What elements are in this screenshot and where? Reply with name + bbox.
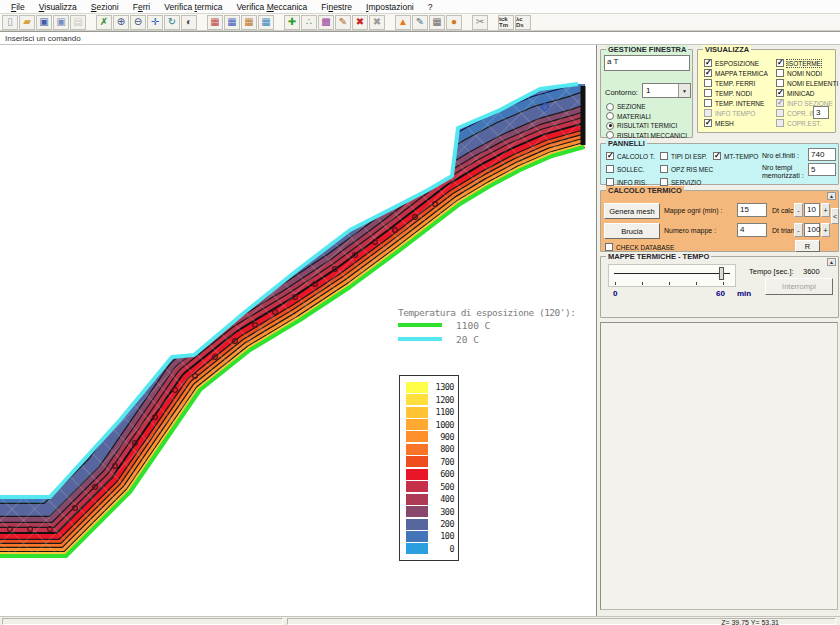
shade-icon[interactable]: ◐	[181, 15, 197, 30]
nro-el-label: Nro el.finiti :	[762, 152, 799, 159]
menu-item[interactable]: Ferri	[126, 2, 158, 12]
scale-row: 1100	[406, 406, 458, 418]
r-button[interactable]: R	[795, 240, 820, 252]
grid-colors-icon[interactable]: ▩	[318, 15, 334, 30]
checkbox[interactable]: TEMP. INTERNE	[704, 98, 768, 108]
separator[interactable]	[386, 15, 394, 30]
radio-option[interactable]: MATERIALI	[606, 112, 687, 122]
save-icon[interactable]: ▣	[36, 15, 52, 30]
scale-swatch	[406, 531, 428, 542]
separator[interactable]	[87, 15, 95, 30]
checkbox[interactable]: SOLLEC.	[606, 164, 655, 174]
delete-icon[interactable]: ✗	[96, 15, 112, 30]
command-input[interactable]: Inserisci un comando	[0, 31, 840, 45]
refresh-icon[interactable]: ↻	[164, 15, 180, 30]
remove-gray-icon[interactable]: ✖	[369, 15, 385, 30]
separator[interactable]	[275, 15, 283, 30]
menu-item[interactable]: Finestre	[314, 2, 359, 12]
checkbox[interactable]: CALCOLO T.	[606, 151, 655, 161]
checkbox[interactable]: INFO TEMPO	[704, 108, 768, 118]
zoom-out-icon[interactable]: ⊖	[130, 15, 146, 30]
dt-trian-field[interactable]: 100	[804, 223, 820, 237]
print-preview-icon[interactable]: ▤	[70, 15, 86, 30]
drawing-canvas[interactable]: Temperatura di esposizione (120'): 1100 …	[0, 45, 596, 616]
numero-mappe-field[interactable]: 4	[737, 223, 767, 237]
time-slider[interactable]	[608, 264, 736, 287]
dt-calc-minus[interactable]: -	[794, 203, 803, 217]
check-database-checkbox[interactable]: CHECK DATABASE	[605, 242, 674, 252]
mesh-cyan-icon[interactable]: ▦	[258, 15, 274, 30]
no-draw-icon[interactable]: ✂	[472, 15, 488, 30]
checkbox[interactable]: TEMP. NODI	[704, 88, 768, 98]
interrompi-button[interactable]: Interrompi	[765, 278, 833, 295]
checkbox[interactable]: ISOTERME	[776, 58, 838, 68]
radio-option[interactable]: SEZIONE	[606, 102, 687, 112]
chevron-down-icon[interactable]: ▼	[678, 84, 690, 97]
drop-icon[interactable]: ●	[446, 15, 462, 30]
save-all-icon[interactable]: ▣	[53, 15, 69, 30]
separator[interactable]	[463, 15, 471, 30]
radio-option[interactable]: RISULTATI TERMICI	[606, 121, 687, 131]
nro-tempi-field[interactable]: 5	[808, 163, 836, 176]
slider-thumb[interactable]	[719, 267, 724, 280]
scale-row: 1000	[406, 418, 458, 430]
checkbox[interactable]: NOMI NODI	[776, 68, 838, 78]
collapse-button[interactable]: ▲	[827, 192, 836, 200]
mesh-orange-icon[interactable]: ▦	[241, 15, 257, 30]
checkbox[interactable]: MT-TEMPO	[713, 151, 758, 161]
fire-icon[interactable]: ▲	[395, 15, 411, 30]
scale-row: 1300	[406, 381, 458, 393]
new-file-icon[interactable]: ▯	[2, 15, 18, 30]
scale-row: 0	[406, 543, 458, 555]
checkbox[interactable]: MINICAD	[776, 88, 838, 98]
edit-section-icon[interactable]: ✎	[412, 15, 428, 30]
menu-item[interactable]: File	[4, 2, 32, 12]
checkbox[interactable]: ESPOSIZIONE	[704, 58, 768, 68]
lambda-cd-icon[interactable]: λc Ds	[515, 15, 531, 30]
separator[interactable]	[198, 15, 206, 30]
checkbox[interactable]: MAPPA TERMICA	[704, 68, 768, 78]
nro-el-field[interactable]: 740	[808, 148, 836, 161]
panel-calcolo-termico: CALCOLO TERMICO ▲ Genera mesh Brucia Map…	[600, 190, 839, 252]
collapse-button[interactable]: ▲	[827, 258, 836, 266]
contorno-dropdown[interactable]: 1 ▼	[642, 83, 691, 98]
add-node-icon[interactable]: ✚	[284, 15, 300, 30]
menu-item[interactable]: Verifica Meccanica	[229, 2, 314, 12]
dt-trian-minus[interactable]: -	[794, 223, 803, 237]
remove-red-icon[interactable]: ✖	[352, 15, 368, 30]
draw-pencil-icon[interactable]: ✎	[335, 15, 351, 30]
shift-left-button[interactable]: <	[831, 208, 839, 224]
dt-trian-plus[interactable]: +	[821, 223, 830, 237]
menu-item[interactable]: Visualizza	[32, 2, 84, 12]
tck-tm-icon[interactable]: tck Tm	[498, 15, 514, 30]
coordinates-readout: Z= 39.75 Y= 53.31	[721, 619, 779, 625]
pan-icon[interactable]: ✛	[147, 15, 163, 30]
checkbox[interactable]: NOMI ELEMENTI	[776, 78, 838, 88]
mappe-ogni-field[interactable]: 15	[737, 203, 767, 217]
copr-int-field[interactable]: 3	[813, 106, 829, 119]
checkbox[interactable]: TEMP. FERRI	[704, 78, 768, 88]
checkbox[interactable]: OPZ RIS MEC	[660, 164, 713, 174]
menu-item[interactable]: ?	[421, 2, 440, 12]
menu-item[interactable]: Verifica termica	[157, 2, 229, 12]
genera-mesh-button[interactable]: Genera mesh	[604, 203, 660, 219]
zoom-in-icon[interactable]: ⊕	[113, 15, 129, 30]
checkbox[interactable]: TIPI DI ESP.	[660, 151, 713, 161]
brucia-button[interactable]: Brucia	[604, 223, 660, 239]
separator[interactable]	[489, 15, 497, 30]
table-icon[interactable]: ▦	[429, 15, 445, 30]
scale-row: 200	[406, 518, 458, 530]
menu-item[interactable]: Impostazioni	[359, 2, 421, 12]
checkbox[interactable]: MESH	[704, 118, 768, 128]
mesh-red-icon[interactable]: ▦	[207, 15, 223, 30]
open-folder-icon[interactable]: ▰	[19, 15, 35, 30]
dt-calc-plus[interactable]: +	[821, 203, 830, 217]
checkbox[interactable]: COPR.EST.	[776, 118, 838, 128]
dt-calc-field[interactable]: 10	[804, 203, 820, 217]
window-name-field[interactable]: a T	[604, 55, 690, 71]
legend-title: Temperatura di esposizione (120'):	[398, 307, 575, 318]
menu-item[interactable]: Sezioni	[84, 2, 126, 12]
mesh-blue-icon[interactable]: ▦	[224, 15, 240, 30]
grid-points-icon[interactable]: ∴	[301, 15, 317, 30]
scale-row: 800	[406, 443, 458, 455]
